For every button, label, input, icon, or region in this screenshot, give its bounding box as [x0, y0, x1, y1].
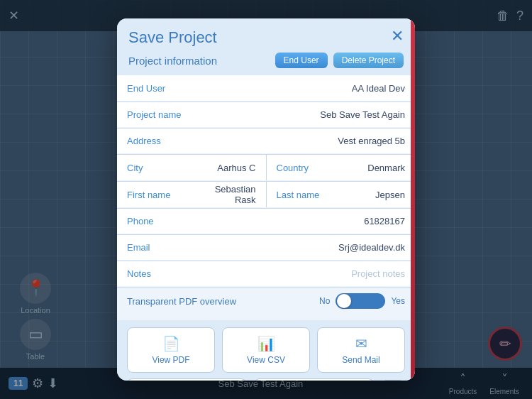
modal-title: Save Project — [128, 28, 404, 47]
modal-close-button[interactable]: ✕ — [391, 28, 404, 44]
pdf-icon: 📄 — [162, 335, 180, 352]
phone-row: Phone 61828167 — [117, 208, 415, 234]
notes-label: Notes — [127, 268, 205, 279]
header-buttons: End User Delete Project — [275, 53, 404, 68]
toggle-switch[interactable] — [336, 293, 385, 309]
country-cell: Country Denmark — [267, 155, 416, 180]
modal-overlay: Save Project Project information End Use… — [0, 0, 532, 399]
toggle-no-label: No — [319, 296, 330, 306]
city-label: City — [127, 163, 205, 173]
delete-project-button[interactable]: Delete Project — [333, 53, 404, 68]
csv-icon: 📊 — [257, 335, 275, 352]
view-csv-button[interactable]: 📊 View CSV — [222, 327, 310, 373]
first-name-label: First name — [127, 190, 205, 200]
phone-value: 61828167 — [205, 216, 405, 226]
mail-icon: ✉ — [355, 335, 367, 352]
save-row: Save on device Send to Vikan.com ? — [117, 378, 415, 381]
address-label: Address — [127, 136, 205, 146]
send-vikan-button[interactable]: Send to Vikan.com — [254, 378, 374, 381]
city-cell: City Aarhus C — [117, 155, 267, 180]
notes-placeholder: Project notes — [205, 268, 405, 279]
phone-label: Phone — [127, 216, 205, 226]
project-name-row: Project name Seb Save Test Again — [117, 102, 415, 127]
modal-subtitle: Project information — [128, 55, 217, 67]
action-buttons: 📄 View PDF 📊 View CSV ✉ Send Mail — [117, 320, 415, 378]
city-country-row: City Aarhus C Country Denmark — [117, 154, 415, 180]
email-label: Email — [127, 242, 205, 253]
toggle-thumb — [337, 294, 351, 308]
form-body: End User AA Ideal Dev Project name Seb S… — [117, 75, 415, 320]
email-row: Email Srj@idealdev.dk — [117, 234, 415, 260]
country-label: Country — [277, 163, 355, 173]
name-row: First name Sebastian Rask Last name Jeps… — [117, 181, 415, 207]
first-name-cell: First name Sebastian Rask — [117, 182, 267, 207]
view-pdf-button[interactable]: 📄 View PDF — [127, 327, 215, 373]
project-name-label: Project name — [127, 109, 205, 120]
modal-header: Save Project Project information End Use… — [117, 18, 415, 75]
city-value: Aarhus C — [205, 163, 256, 173]
end-user-value: AA Ideal Dev — [205, 83, 405, 94]
first-name-value: Sebastian Rask — [205, 184, 256, 205]
last-name-cell: Last name Jepsen — [267, 182, 416, 207]
address-value: Vest enraged 5b — [205, 136, 405, 146]
end-user-row: End User AA Ideal Dev — [117, 75, 415, 101]
project-name-value: Seb Save Test Again — [205, 109, 405, 120]
save-help-button[interactable]: ? — [381, 380, 405, 381]
address-row: Address Vest enraged 5b — [117, 128, 415, 153]
email-value: Srj@idealdev.dk — [205, 242, 405, 253]
notes-row: Notes Project notes — [117, 261, 415, 286]
toggle-yes-label: Yes — [391, 296, 405, 306]
subtitle-row: Project information End User Delete Proj… — [128, 53, 404, 68]
end-user-button[interactable]: End User — [275, 53, 328, 68]
pdf-toggle-row: Transparent PDF overview No Yes — [117, 287, 415, 315]
save-device-button[interactable]: Save on device — [127, 378, 247, 381]
view-csv-label: View CSV — [247, 355, 285, 365]
save-project-modal: Save Project Project information End Use… — [117, 18, 415, 381]
pdf-toggle-label: Transparent PDF overview — [127, 296, 314, 307]
country-value: Denmark — [355, 163, 406, 173]
end-user-label: End User — [127, 83, 205, 94]
send-mail-label: Send Mail — [342, 355, 379, 365]
last-name-value: Jepsen — [355, 190, 406, 200]
accent-bar — [411, 18, 415, 381]
send-mail-button[interactable]: ✉ Send Mail — [317, 327, 405, 373]
last-name-label: Last name — [277, 190, 355, 200]
view-pdf-label: View PDF — [152, 355, 189, 365]
